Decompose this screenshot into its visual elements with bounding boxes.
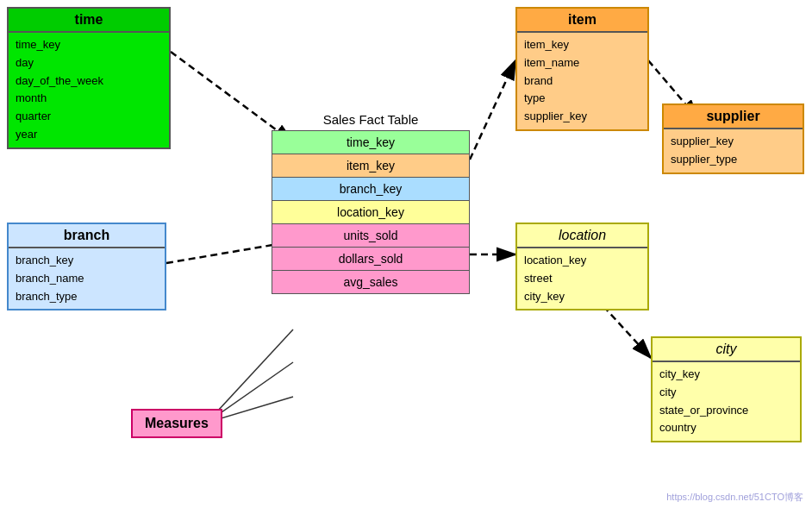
time-field-6: year [16, 126, 162, 144]
location-body: location_key street city_key [517, 248, 647, 309]
supplier-field-2: supplier_type [671, 151, 796, 169]
fact-row-time-key: time_key [272, 130, 470, 154]
location-field-2: street [524, 270, 640, 288]
diagram-container: time time_key day day_of_the_week month … [0, 0, 812, 508]
item-field-1: item_key [524, 36, 640, 54]
branch-header: branch [9, 224, 165, 248]
item-body: item_key item_name brand type supplier_k… [517, 33, 647, 129]
time-field-5: quarter [16, 108, 162, 126]
city-field-3: state_or_province [659, 402, 793, 420]
time-body: time_key day day_of_the_week month quart… [9, 33, 169, 147]
location-entity: location location_key street city_key [515, 223, 649, 310]
fact-row-units-sold: units_sold [272, 223, 470, 248]
city-body: city_key city state_or_province country [653, 362, 800, 441]
time-field-2: day [16, 54, 162, 72]
item-header: item [517, 9, 647, 33]
svg-line-5 [603, 306, 651, 358]
branch-field-1: branch_key [16, 252, 158, 270]
item-field-3: brand [524, 72, 640, 91]
item-field-4: type [524, 90, 640, 108]
svg-line-2 [470, 60, 515, 160]
location-field-1: location_key [524, 252, 640, 270]
city-header: city [653, 338, 800, 362]
location-field-3: city_key [524, 288, 640, 306]
branch-field-2: branch_name [16, 270, 158, 288]
item-field-2: item_name [524, 54, 640, 72]
city-field-2: city [659, 384, 793, 402]
supplier-body: supplier_key supplier_type [664, 129, 803, 172]
time-field-1: time_key [16, 36, 162, 54]
time-entity: time time_key day day_of_the_week month … [7, 7, 171, 149]
fact-row-avg-sales: avg_sales [272, 270, 470, 294]
city-entity: city city_key city state_or_province cou… [651, 336, 802, 442]
city-field-1: city_key [659, 366, 793, 384]
supplier-field-1: supplier_key [671, 133, 796, 151]
location-header: location [517, 224, 647, 248]
city-field-4: country [659, 419, 793, 437]
branch-field-3: branch_type [16, 288, 158, 306]
branch-body: branch_key branch_name branch_type [9, 248, 165, 309]
supplier-entity: supplier supplier_key supplier_type [662, 103, 804, 174]
time-field-4: month [16, 90, 162, 108]
branch-entity: branch branch_key branch_name branch_typ… [7, 223, 166, 310]
fact-table-title: Sales Fact Table [272, 112, 470, 127]
fact-table: Sales Fact Table time_key item_key branc… [272, 112, 470, 293]
fact-row-dollars-sold: dollars_sold [272, 247, 470, 271]
time-header: time [9, 9, 169, 33]
fact-row-item-key: item_key [272, 154, 470, 178]
watermark: https://blog.csdn.net/51CTO博客 [666, 491, 803, 504]
item-field-5: supplier_key [524, 108, 640, 126]
time-field-3: day_of_the_week [16, 72, 162, 91]
supplier-header: supplier [664, 105, 803, 129]
fact-row-location-key: location_key [272, 200, 470, 224]
item-entity: item item_key item_name brand type suppl… [515, 7, 649, 131]
fact-row-branch-key: branch_key [272, 177, 470, 201]
measures-label: Measures [131, 409, 222, 438]
